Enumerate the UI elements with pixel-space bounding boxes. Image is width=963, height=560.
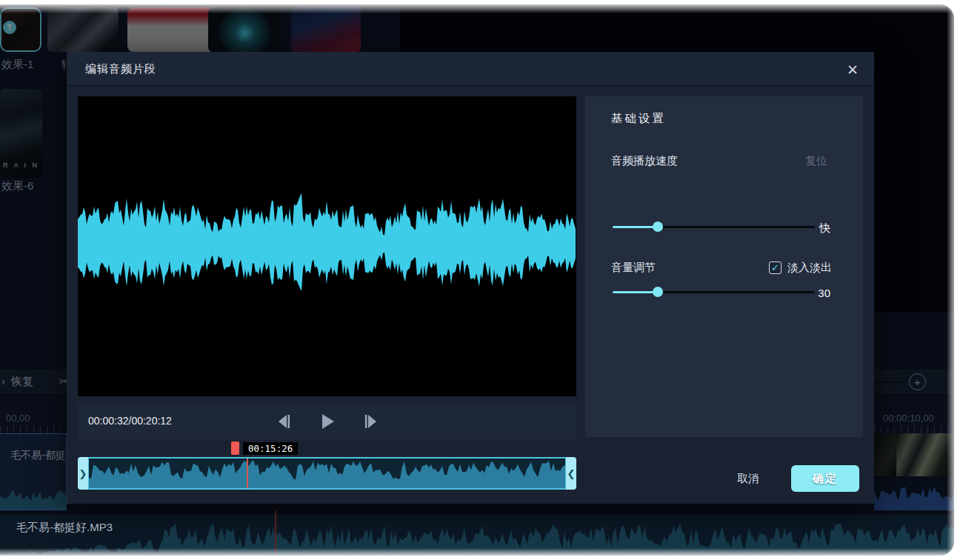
scrubber-playhead-line[interactable]: [247, 459, 248, 490]
preview-waveform: [78, 96, 576, 396]
settings-header: 基础设置: [611, 111, 666, 127]
video-editor-app: T 效果-1 转 R A I N 效果-6 › 恢复 ✂ + 00,00 00:…: [0, 4, 954, 556]
speed-slider-fill: [613, 226, 658, 228]
play-button[interactable]: [319, 413, 336, 430]
volume-slider-thumb[interactable]: [653, 287, 663, 297]
volume-value: 30: [818, 287, 830, 299]
close-icon[interactable]: ✕: [843, 60, 862, 79]
playback-controls: [78, 404, 576, 439]
cancel-button[interactable]: 取消: [724, 465, 772, 492]
screen: T 效果-1 转 R A I N 效果-6 › 恢复 ✂ + 00,00 00:…: [0, 0, 963, 560]
confirm-button[interactable]: 确定: [791, 465, 859, 492]
scrubber-playhead-time: 00:15:26: [243, 442, 298, 455]
dialog-title: 编辑音频片段: [85, 62, 156, 76]
volume-slider[interactable]: [613, 287, 815, 297]
audio-preview-area: [78, 96, 576, 396]
volume-slider-fill: [613, 291, 658, 293]
basic-settings-panel: 基础设置 音频播放速度 复位 快 音量调节 ✓ 淡入淡出 30: [585, 96, 863, 437]
fade-checkbox-label[interactable]: 淡入淡出: [787, 261, 832, 275]
dialog-header: 编辑音频片段 ✕: [67, 52, 874, 86]
next-frame-button[interactable]: [361, 413, 379, 430]
trim-scrubber: ❯ ❮: [78, 457, 576, 490]
previous-frame-icon: [277, 414, 292, 429]
volume-label: 音量调节: [611, 261, 656, 275]
speed-slider[interactable]: [613, 221, 815, 232]
speed-label: 音频播放速度: [611, 154, 678, 168]
audio-track-label: 毛不易-都挺好.MP3: [16, 521, 113, 535]
trim-handle-left[interactable]: ❯: [78, 457, 88, 490]
speed-side-label: 快: [819, 221, 830, 236]
playback-bar: 00:00:32/00:20:12: [78, 404, 576, 439]
reset-button[interactable]: 复位: [805, 154, 827, 168]
next-frame-icon: [363, 414, 378, 429]
scrubber-waveform: [89, 459, 565, 488]
scrubber-playhead-flag[interactable]: [231, 441, 239, 455]
speed-slider-thumb[interactable]: [653, 221, 663, 232]
scrubber-body[interactable]: [87, 457, 567, 490]
play-icon: [319, 413, 336, 430]
previous-frame-button[interactable]: [276, 413, 293, 430]
edit-audio-clip-dialog: 编辑音频片段 ✕ 00:00:32/00:20:12: [67, 52, 874, 504]
fade-checkbox[interactable]: ✓: [769, 261, 782, 274]
trim-handle-right[interactable]: ❮: [566, 457, 576, 490]
